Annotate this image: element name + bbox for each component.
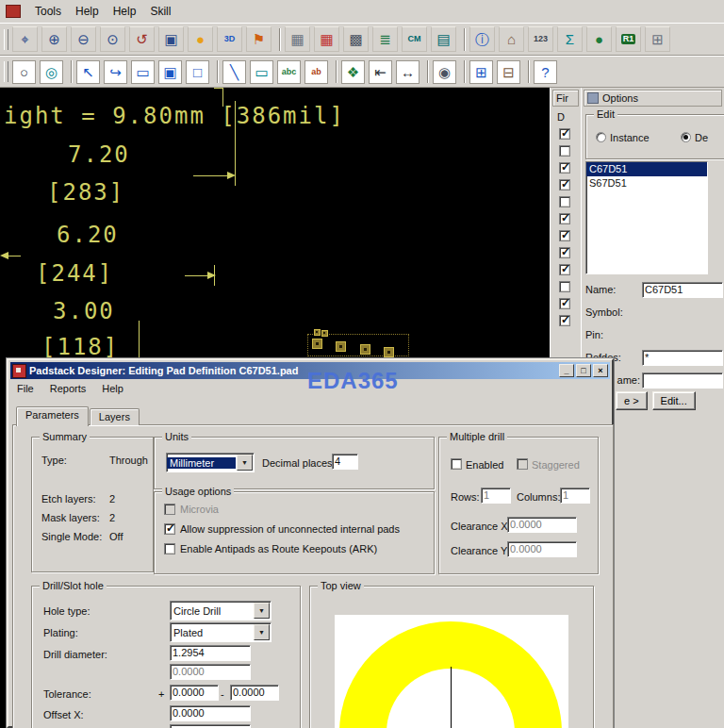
find-filter-checkbox-0[interactable] xyxy=(559,128,570,140)
add-line-icon[interactable]: ╲ xyxy=(222,60,246,84)
options-panel-header[interactable]: Options xyxy=(584,90,722,107)
toolbar-grip[interactable] xyxy=(4,61,8,82)
cascade-windows-icon[interactable]: ⊟ xyxy=(497,60,520,84)
redraw-icon[interactable]: ↺ xyxy=(129,26,155,52)
new-window-icon[interactable]: ⊞ xyxy=(469,60,493,84)
dropdown-arrow-icon[interactable]: ▼ xyxy=(254,603,270,619)
constraint-manager-icon[interactable]: ▤ xyxy=(431,26,456,52)
select-cursor-icon[interactable]: ↖ xyxy=(76,60,100,84)
tolerance-plus-input[interactable]: 0.0000 xyxy=(170,685,219,701)
menu-item-help-1[interactable]: Help xyxy=(75,5,99,18)
menu-item-help-2[interactable]: Help xyxy=(113,5,137,18)
find-filter-checkbox-6[interactable] xyxy=(559,230,570,241)
enabled-checkbox[interactable] xyxy=(451,458,462,470)
plating-combo[interactable]: Plated ▼ xyxy=(170,622,272,642)
dimension-linear-icon[interactable]: ↔ xyxy=(396,60,420,84)
find-filter-checkbox-11[interactable] xyxy=(559,315,570,326)
minimize-button[interactable]: _ xyxy=(559,364,574,377)
dialog-menu-reports[interactable]: Reports xyxy=(50,383,87,394)
options-button-1[interactable]: Edit... xyxy=(652,391,696,410)
measure-icon[interactable]: 123 xyxy=(528,26,553,52)
drill-diameter-input[interactable]: 1.2954 xyxy=(170,645,251,661)
clearance-y-input[interactable]: 0.0000 xyxy=(507,541,577,557)
pcb-pad[interactable] xyxy=(360,344,370,355)
shadow-mode-icon[interactable]: ● xyxy=(188,26,213,52)
find-filter-checkbox-7[interactable] xyxy=(559,247,570,258)
decimal-places-input[interactable]: 4 xyxy=(332,454,358,470)
zoom-out-icon[interactable]: ⊖ xyxy=(71,26,96,52)
find-filter-checkbox-4[interactable] xyxy=(559,196,570,207)
find-filter-checkbox-8[interactable] xyxy=(559,264,570,275)
add-rect-icon[interactable]: ▭ xyxy=(250,60,273,84)
zoom-window-icon[interactable]: ▣ xyxy=(158,26,184,52)
find-filter-checkbox-2[interactable] xyxy=(559,162,570,174)
zoom-previous-icon[interactable]: ⊙ xyxy=(100,26,125,52)
component-icon[interactable]: ❖ xyxy=(341,60,365,84)
units-combo[interactable]: Millimeter ▼ xyxy=(166,453,255,472)
offset-x-input[interactable]: 0.0000 xyxy=(170,705,251,721)
help-icon[interactable]: ? xyxy=(534,60,557,84)
pcb-pad[interactable] xyxy=(321,330,328,337)
drill-diameter-secondary-input[interactable]: 0.0000 xyxy=(170,664,251,680)
dimension-left-icon[interactable]: ⇤ xyxy=(369,60,392,84)
tolerance-minus-input[interactable]: 0.0000 xyxy=(230,685,279,701)
menu-item-tools-0[interactable]: Tools xyxy=(35,5,61,18)
grid-toggle-icon[interactable]: ▦ xyxy=(285,26,310,52)
dialog-titlebar[interactable]: Padstack Designer: Editing Pad Definitio… xyxy=(10,362,610,379)
find-filter-checkbox-1[interactable] xyxy=(559,145,570,157)
3d-view-icon[interactable]: 3D xyxy=(217,26,242,52)
circle-tool-icon[interactable]: ○ xyxy=(12,60,36,84)
status-icon[interactable]: ⌂ xyxy=(499,26,524,52)
find-filter-checkbox-5[interactable] xyxy=(559,213,570,224)
offset-y-input[interactable]: 0.0000 xyxy=(170,724,251,728)
r1-badge-icon[interactable]: R1 xyxy=(616,26,641,52)
move-tool-icon[interactable]: ↪ xyxy=(104,60,127,84)
options-button-0[interactable]: e > xyxy=(616,391,648,410)
usage-checkbox-2[interactable] xyxy=(164,543,175,554)
menu-item-skill-3[interactable]: Skill xyxy=(150,5,171,18)
color-dialog-icon[interactable]: ▦ xyxy=(314,26,339,52)
options-field-input[interactable]: * xyxy=(642,350,723,366)
clearance-x-input[interactable]: 0.0000 xyxy=(507,517,577,533)
usage-checkbox-0[interactable] xyxy=(164,504,175,515)
instance-radio[interactable] xyxy=(596,132,606,142)
zoom-fit-icon[interactable]: ⌖ xyxy=(12,26,38,52)
find-filter-checkbox-3[interactable] xyxy=(559,179,570,190)
web-icon[interactable]: ● xyxy=(586,26,612,52)
machine-icon[interactable]: ⊞ xyxy=(645,26,670,52)
tab-parameters[interactable]: Parameters xyxy=(16,406,89,426)
dropdown-arrow-icon[interactable]: ▼ xyxy=(237,455,253,471)
find-panel-header[interactable]: Fir xyxy=(552,90,579,107)
usage-checkbox-1[interactable] xyxy=(164,523,175,535)
pcb-pad[interactable] xyxy=(314,329,321,336)
pcb-pad[interactable] xyxy=(336,341,346,352)
pcb-pad[interactable] xyxy=(312,339,322,349)
definition-radio[interactable] xyxy=(681,132,691,142)
options-field-input[interactable]: C67D51 xyxy=(642,282,723,298)
add-text-icon[interactable]: abc xyxy=(277,60,301,84)
columns-input[interactable]: 1 xyxy=(560,488,590,504)
tab-layers[interactable]: Layers xyxy=(90,408,140,425)
find-filter-checkbox-10[interactable] xyxy=(559,298,570,309)
dropdown-arrow-icon[interactable]: ▼ xyxy=(254,624,270,640)
toolbar-grip[interactable] xyxy=(4,29,8,50)
padstack-list[interactable]: C67D51S67D51 xyxy=(585,161,708,274)
padstack-list-item[interactable]: C67D51 xyxy=(586,162,707,176)
layer-visibility-icon[interactable]: ≣ xyxy=(372,26,398,52)
shadow-grid-icon[interactable]: ▩ xyxy=(343,26,369,52)
maximize-button[interactable]: □ xyxy=(576,364,591,377)
cm-icon[interactable]: CM xyxy=(402,26,427,52)
flip-design-icon[interactable]: ⚑ xyxy=(246,26,272,52)
window-select-icon[interactable]: □ xyxy=(186,60,209,84)
info-icon[interactable]: ⓘ xyxy=(469,26,495,52)
highlight-tool-icon[interactable]: ▣ xyxy=(158,60,182,84)
edit-text-icon[interactable]: ab xyxy=(304,60,328,84)
disc-tool-icon[interactable]: ◎ xyxy=(40,60,63,84)
find-filter-checkbox-9[interactable] xyxy=(559,281,570,292)
hole-type-combo[interactable]: Circle Drill ▼ xyxy=(170,601,272,620)
padstack-list-item[interactable]: S67D51 xyxy=(586,176,707,190)
dialog-menu-file[interactable]: File xyxy=(17,383,34,394)
dialog-menu-help[interactable]: Help xyxy=(102,383,123,394)
close-button[interactable]: × xyxy=(593,364,608,377)
pcb-pad[interactable] xyxy=(384,347,394,357)
